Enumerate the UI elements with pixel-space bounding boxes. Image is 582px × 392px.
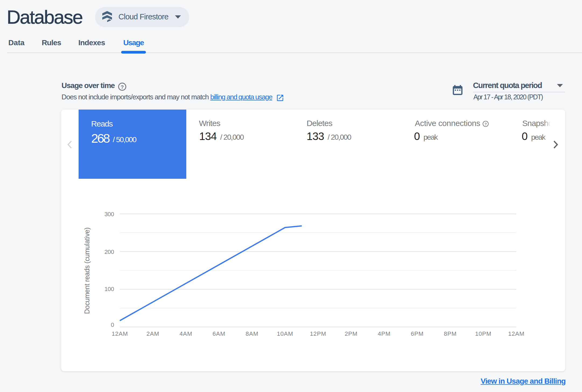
svg-text:4AM: 4AM xyxy=(180,330,192,337)
svg-text:10PM: 10PM xyxy=(475,330,492,337)
svg-text:?: ? xyxy=(121,84,124,90)
svg-text:Document reads (cumulative): Document reads (cumulative) xyxy=(83,228,91,314)
svg-text:0: 0 xyxy=(111,321,114,328)
svg-text:12AM: 12AM xyxy=(112,330,128,337)
svg-text:6AM: 6AM xyxy=(212,330,225,337)
svg-text:12AM: 12AM xyxy=(508,330,525,337)
svg-text:12PM: 12PM xyxy=(310,330,326,337)
svg-text:200: 200 xyxy=(104,248,114,255)
svg-text:?: ? xyxy=(485,122,487,126)
svg-text:6PM: 6PM xyxy=(411,330,424,337)
svg-text:8AM: 8AM xyxy=(246,330,258,337)
svg-text:300: 300 xyxy=(104,211,114,218)
svg-text:2AM: 2AM xyxy=(146,330,159,337)
svg-text:10AM: 10AM xyxy=(277,330,293,337)
svg-text:100: 100 xyxy=(104,286,114,292)
svg-text:2PM: 2PM xyxy=(345,330,357,337)
svg-text:8PM: 8PM xyxy=(444,330,457,337)
svg-text:4PM: 4PM xyxy=(378,330,391,337)
